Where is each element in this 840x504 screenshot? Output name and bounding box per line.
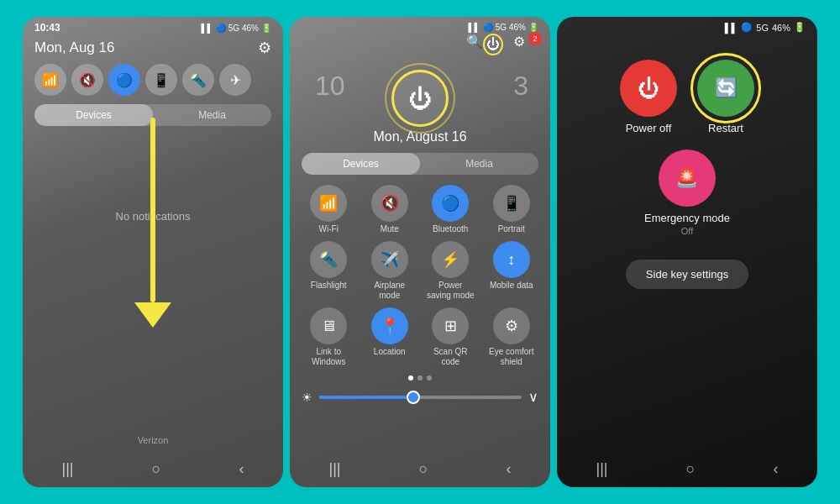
- power-save-grid-icon: ⚡: [432, 241, 469, 278]
- flashlight-icon[interactable]: 🔦: [182, 64, 214, 96]
- brightness-fill: [319, 396, 410, 399]
- flashlight-label: Flashlight: [311, 281, 347, 291]
- grid-eye-comfort[interactable]: ⚙ Eye comfort shield: [487, 307, 536, 367]
- arrow-head: [134, 302, 171, 328]
- bluetooth-label: Bluetooth: [433, 224, 468, 234]
- quick-icons-left: 📶 🔇 🔵 📱 🔦 ✈: [23, 64, 283, 104]
- status-bar-left: 10:43 ▌▌ 🔵 5G 46% 🔋: [23, 17, 283, 35]
- main-container: 10:43 ▌▌ 🔵 5G 46% 🔋 Mon, Aug 16 ⚙ 📶 🔇 🔵 …: [8, 8, 832, 496]
- power-save-label: Power saving mode: [426, 281, 475, 301]
- link-windows-icon: 🖥: [310, 307, 347, 344]
- carrier-label: Verizon: [23, 435, 283, 445]
- nav-recents-right[interactable]: |||: [596, 460, 608, 478]
- grid-airplane[interactable]: ✈️ Airplane mode: [365, 241, 414, 301]
- grid-bluetooth[interactable]: 🔵 Bluetooth: [426, 185, 475, 234]
- restart-button[interactable]: 🔄: [697, 60, 754, 117]
- tab-media-middle[interactable]: Media: [420, 153, 538, 175]
- airplane-grid-icon: ✈️: [371, 241, 408, 278]
- highlight-ring: [690, 53, 761, 123]
- flashlight-grid-icon: 🔦: [310, 241, 347, 278]
- power-restart-row: ⏻ Power off 🔄 Restart: [620, 60, 754, 134]
- wifi-label: Wi-Fi: [319, 224, 339, 234]
- power-off-button[interactable]: ⏻: [620, 60, 677, 117]
- wifi-grid-icon: 📶: [310, 185, 347, 222]
- status-bar-middle: 10:43 ▌▌ 🔵 5G 46% 🔋: [290, 17, 550, 34]
- power-button-circle-middle[interactable]: ⏻: [391, 70, 449, 127]
- screen-icon[interactable]: 📱: [145, 64, 177, 96]
- grid-power-save[interactable]: ⚡ Power saving mode: [426, 241, 475, 301]
- grid-row-1: 📶 Wi-Fi 🔇 Mute 🔵 Bluetooth 📱 Portrait: [290, 181, 550, 238]
- grid-location[interactable]: 📍 Location: [365, 307, 414, 367]
- dot-3: [427, 375, 432, 381]
- nav-bar-middle: ||| ○ ‹: [290, 450, 550, 487]
- nav-bar-left: ||| ○ ‹: [23, 450, 283, 487]
- brightness-track[interactable]: [319, 396, 522, 399]
- power-off-item: ⏻ Power off: [620, 60, 677, 134]
- panel-right: ▌▌ 🔵 5G 46% 🔋 ⏻ Power off 🔄: [557, 17, 817, 487]
- mute-icon[interactable]: 🔇: [71, 64, 103, 96]
- nav-back-left[interactable]: ‹: [239, 460, 244, 478]
- location-grid-icon: 📍: [371, 307, 408, 344]
- grid-flashlight[interactable]: 🔦 Flashlight: [304, 241, 353, 301]
- gear-icon-left[interactable]: ⚙: [258, 39, 271, 57]
- airplane-icon[interactable]: ✈: [219, 64, 251, 96]
- nav-recents-middle[interactable]: |||: [329, 460, 341, 478]
- eye-comfort-label: Eye comfort shield: [487, 347, 536, 367]
- power-icon-middle[interactable]: ⏻: [483, 34, 503, 55]
- tab-devices-middle[interactable]: Devices: [302, 153, 420, 175]
- status-icons-left: ▌▌ 🔵 5G 46% 🔋: [201, 24, 271, 33]
- brightness-icon: ☀: [302, 391, 312, 404]
- airplane-label: Airplane mode: [365, 281, 414, 301]
- portrait-grid-icon: 📱: [493, 185, 530, 222]
- restart-item: 🔄 Restart: [697, 60, 754, 134]
- power-circle-area: 10 ⏻ 3: [290, 62, 550, 129]
- restart-label: Restart: [708, 122, 743, 134]
- emergency-button[interactable]: 🚨: [659, 150, 716, 207]
- side-key-settings-button[interactable]: Side key settings: [626, 260, 748, 289]
- grid-mobile-data[interactable]: ↕ Mobile data: [487, 241, 536, 301]
- brightness-thumb: [407, 391, 420, 404]
- eye-comfort-icon: ⚙: [493, 307, 530, 344]
- grid-wifi[interactable]: 📶 Wi-Fi: [304, 185, 353, 234]
- grid-row-3: 🖥 Link to Windows 📍 Location ⊞ Scan QR c…: [290, 304, 550, 370]
- nav-recents-left[interactable]: |||: [62, 460, 74, 478]
- grid-portrait[interactable]: 📱 Portrait: [487, 185, 536, 234]
- dot-2: [417, 375, 423, 381]
- tutorial-arrow: [134, 118, 171, 328]
- qr-grid-icon: ⊞: [432, 307, 469, 344]
- qr-label: Scan QR code: [426, 347, 475, 367]
- status-icons-middle: ▌▌ 🔵 5G 46% 🔋: [468, 23, 538, 32]
- nav-home-right[interactable]: ○: [686, 460, 696, 478]
- expand-icon[interactable]: ∨: [528, 389, 538, 405]
- page-dots: [290, 375, 550, 381]
- grid-link-windows[interactable]: 🖥 Link to Windows: [304, 307, 353, 367]
- mobile-data-label: Mobile data: [490, 281, 533, 291]
- notification-badge-middle: 2: [528, 32, 542, 45]
- power-off-label: Power off: [626, 122, 672, 134]
- emergency-label: Emergency mode: [644, 212, 730, 224]
- mute-label: Mute: [381, 224, 399, 234]
- gear-icon-middle[interactable]: ⚙: [513, 34, 525, 50]
- power-menu: ⏻ Power off 🔄 Restart 🚨 Emergency m: [557, 34, 817, 289]
- brightness-row: ☀ ∨: [290, 386, 550, 408]
- arrow-shaft: [150, 118, 155, 302]
- bluetooth-icon[interactable]: 🔵: [108, 64, 140, 96]
- emergency-item: 🚨 Emergency mode Off: [644, 150, 730, 236]
- bluetooth-grid-icon: 🔵: [432, 185, 469, 222]
- time-left: 10:43: [34, 22, 60, 34]
- grid-qr[interactable]: ⊞ Scan QR code: [426, 307, 475, 367]
- nav-back-middle[interactable]: ‹: [506, 460, 511, 478]
- nav-home-left[interactable]: ○: [152, 460, 161, 478]
- wifi-icon[interactable]: 📶: [34, 64, 66, 96]
- time-right-middle: 3: [513, 71, 528, 102]
- dot-1: [408, 375, 413, 381]
- panel-left: 10:43 ▌▌ 🔵 5G 46% 🔋 Mon, Aug 16 ⚙ 📶 🔇 🔵 …: [23, 17, 283, 487]
- grid-mute[interactable]: 🔇 Mute: [365, 185, 414, 234]
- grid-row-2: 🔦 Flashlight ✈️ Airplane mode ⚡ Power sa…: [290, 238, 550, 304]
- search-icon-middle[interactable]: 🔍: [466, 34, 483, 50]
- emergency-sublabel: Off: [681, 226, 693, 236]
- nav-back-right[interactable]: ‹: [773, 460, 778, 478]
- tabs-row-middle: Devices Media: [302, 153, 538, 175]
- nav-home-middle[interactable]: ○: [419, 460, 428, 478]
- link-windows-label: Link to Windows: [304, 347, 353, 367]
